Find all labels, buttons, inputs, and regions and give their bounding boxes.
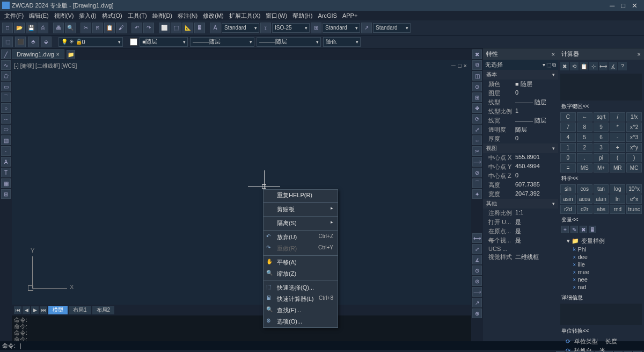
var-new-icon[interactable]: + [561,226,569,233]
offset-icon[interactable]: ⊙ [472,82,482,91]
menu-draw[interactable]: 绘图(D) [150,11,174,20]
calc-scikey-cos[interactable]: cos [577,184,592,193]
new-icon[interactable]: □ [2,23,13,33]
tab-layout2[interactable]: 布局2 [92,306,115,314]
measure-icon[interactable]: 📐 [182,23,193,33]
calc-distance-icon[interactable]: ⟷ [599,62,608,70]
prop-section-basic[interactable]: 基本 [483,70,558,80]
calc-key-MS[interactable]: MS [577,163,592,173]
circle-icon[interactable]: ○ [1,103,11,113]
linetype-combo[interactable]: ——— 随层 [190,37,254,47]
rectangle-icon[interactable]: ▭ [1,82,11,91]
tab-nav-first[interactable]: ⏮ [14,306,21,314]
calc-key-7[interactable]: 7 [560,123,576,132]
calc-key-/[interactable]: / [610,112,625,121]
prop-section-misc[interactable]: 其他 [483,199,558,209]
calc-scikey-e^x[interactable]: e^x [626,195,642,204]
calc-scikey-trunc[interactable]: trunc [626,205,642,214]
arc-icon[interactable]: ⌒ [1,92,11,102]
calc-scikey-d2r[interactable]: d2r [577,205,592,214]
var-item-dee[interactable]: x dee [560,253,642,261]
prop-section-view[interactable]: 视图 [483,143,558,153]
extend-icon[interactable]: ⟶ [472,157,482,167]
mtext-icon[interactable]: T [1,168,11,177]
prop-atorigin-value[interactable]: 是 [515,227,556,235]
prop-ucsname-value[interactable] [515,246,556,252]
tab-nav-next[interactable]: ▶ [31,306,39,314]
menu-express[interactable]: 扩展工具(X) [227,11,263,20]
calc-key-MR[interactable]: MR [610,163,625,173]
pickadd-icon[interactable]: ⬚ [546,62,551,68]
saveas-icon[interactable]: ⎙ [38,23,48,33]
ctx-find[interactable]: 🔍查找(F)... [264,305,338,316]
erase-icon[interactable]: ✖ [472,49,482,59]
menu-arcgis[interactable]: ArcGIS [316,12,339,19]
calc-key-([interactable]: ( [610,153,625,162]
text-icon[interactable]: A [1,157,11,167]
menu-window[interactable]: 窗口(W) [264,11,289,20]
prop-ltscale-value[interactable]: 1 [515,107,556,116]
calc-history-icon[interactable]: ⟲ [570,62,579,70]
calc-key-←[interactable]: ← [577,112,592,121]
calc-key-x^2[interactable]: x^2 [626,123,642,132]
ctx-zoom[interactable]: 🔍缩放(Z) [264,268,338,279]
prop-layer-value[interactable]: 0 [515,89,556,97]
line-icon[interactable]: ╱ [1,49,11,59]
move-icon[interactable]: ✥ [472,103,482,113]
copy-icon[interactable]: ⎘ [92,23,103,33]
prop-transparency-value[interactable]: 随层 [515,126,556,134]
prop-thickness-value[interactable]: 0 [515,135,556,143]
dim-aligned-icon[interactable]: ⤢ [472,244,482,254]
calc-paste-icon[interactable]: 📋 [580,62,588,70]
calc-key-pi[interactable]: pi [594,153,609,162]
calc-key-C[interactable]: C [560,112,576,121]
calc-scikey-acos[interactable]: acos [577,195,592,204]
calc-key-5[interactable]: 5 [577,133,592,142]
calc-key-sqrt[interactable]: sqrt [594,112,609,121]
doc-tab-active[interactable]: Drawing1.dwg × [12,49,64,59]
tab-nav-prev[interactable]: ◀ [23,306,30,314]
layer-combo[interactable]: 💡 ☀ 🔓 0 [58,37,123,47]
paste-icon[interactable]: 📋 [104,23,115,33]
explode-icon[interactable]: ✦ [472,189,482,199]
calc-scikey-ln[interactable]: ln [610,195,625,204]
ctx-undo[interactable]: ↶放弃(U)Ctrl+Z [264,232,338,243]
calc-header[interactable]: 计算器 × [558,48,644,60]
command-input[interactable]: 命令: | [0,341,644,350]
block-icon[interactable]: ⬜ [159,23,170,33]
close-button[interactable]: ✕ [632,2,638,10]
region-icon[interactable]: ▦ [1,178,11,188]
calc-key-3[interactable]: 3 [594,143,609,152]
var-item-nee[interactable]: x nee [560,276,642,283]
leader-icon[interactable]: ↗ [472,298,482,307]
lineweight-combo[interactable]: ——— 随层 [257,37,321,47]
array-icon[interactable]: ⊞ [472,92,482,102]
calc-key-MC[interactable]: MC [626,163,642,173]
textstyle-combo[interactable]: Standard [222,23,259,33]
matchprop-icon[interactable]: 🖌 [116,23,127,33]
print-icon[interactable]: 🖶 [53,23,64,33]
calc-key-.[interactable]: . [577,153,592,162]
calc-scikey-log[interactable]: log [610,184,625,193]
menu-tools[interactable]: 工具(T) [126,11,149,20]
prop-centery-value[interactable]: 450.4994 [515,163,556,171]
maximize-button[interactable]: □ [621,2,625,10]
menu-view[interactable]: 视图(V) [52,11,76,20]
mleaderstyle-combo[interactable]: Standard [373,23,411,33]
calc-key-*[interactable]: * [610,123,625,132]
menu-file[interactable]: 文件(F) [2,11,26,20]
prop-linetype-value[interactable]: ——— 随层 [515,98,556,106]
calc-scikey-r2d[interactable]: r2d [560,205,576,214]
calc-key-8[interactable]: 8 [577,123,592,132]
calc-getcoord-icon[interactable]: ⊹ [589,62,598,70]
prop-color-value[interactable]: ■ 随层 [515,80,556,88]
quickselect-palette-icon[interactable]: ⧉ [552,62,556,68]
var-item-rad[interactable]: x rad [560,283,642,291]
pline-icon[interactable]: ∿ [1,60,11,70]
menu-insert[interactable]: 插入(I) [77,11,98,20]
prop-width-value[interactable]: 2047.392 [515,190,556,198]
save-icon[interactable]: 💾 [26,23,36,33]
viewport[interactable]: [-] [俯视] [二维线框] [WCS] ─ □ × 重复HELP(R) 剪贴… [12,60,471,305]
polygon-icon[interactable]: ⬠ [1,71,11,81]
preview-icon[interactable]: 🔍 [65,23,76,33]
